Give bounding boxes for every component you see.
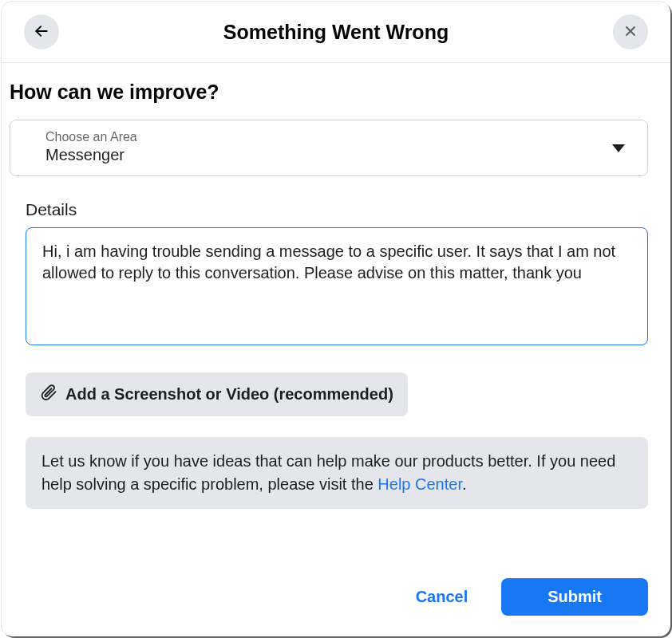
modal-body: How can we improve? Choose an Area Messe… — [2, 63, 670, 561]
help-center-link[interactable]: Help Center — [378, 475, 462, 493]
details-label: Details — [10, 200, 648, 219]
subheading: How can we improve? — [10, 81, 648, 104]
details-textarea[interactable] — [26, 227, 648, 345]
caret-down-icon — [612, 141, 625, 156]
area-select-label: Choose an Area — [45, 130, 633, 144]
feedback-modal: Something Went Wrong How can we improve?… — [2, 2, 670, 636]
modal-title: Something Went Wrong — [223, 21, 449, 44]
area-select[interactable]: Choose an Area Messenger — [10, 120, 648, 176]
info-box: Let us know if you have ideas that can h… — [26, 437, 648, 509]
info-text-pre: Let us know if you have ideas that can h… — [42, 452, 615, 493]
submit-button[interactable]: Submit — [501, 578, 648, 616]
area-select-value: Messenger — [45, 146, 633, 164]
add-attachment-button[interactable]: Add a Screenshot or Video (recommended) — [26, 372, 408, 416]
back-button[interactable] — [24, 14, 59, 49]
modal-header: Something Went Wrong — [2, 2, 670, 63]
close-button[interactable] — [613, 14, 648, 49]
paperclip-icon — [40, 384, 57, 405]
cancel-button[interactable]: Cancel — [393, 578, 491, 616]
add-attachment-label: Add a Screenshot or Video (recommended) — [65, 385, 393, 404]
modal-footer: Cancel Submit — [2, 578, 670, 636]
arrow-left-icon — [34, 23, 49, 41]
close-icon — [623, 23, 638, 41]
info-text-post: . — [462, 475, 467, 493]
svg-marker-3 — [612, 144, 625, 152]
